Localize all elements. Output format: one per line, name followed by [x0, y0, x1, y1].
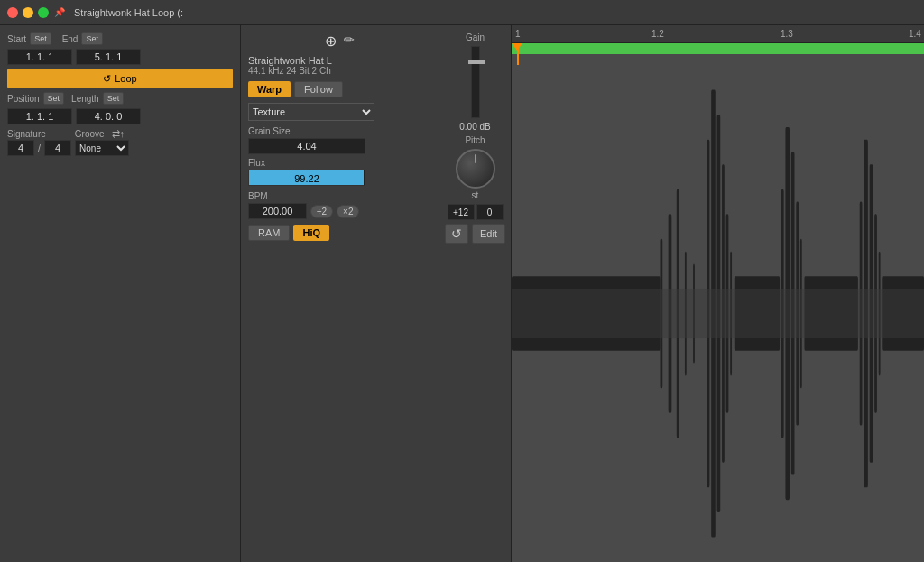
warp-button[interactable]: Warp: [248, 81, 291, 97]
loop-icon: ↺: [103, 73, 111, 85]
window-title: Straightwonk Hat Loop (:: [74, 7, 183, 18]
waveform-area: [512, 65, 924, 562]
groove-select[interactable]: None: [75, 140, 129, 156]
minimize-button[interactable]: [23, 7, 33, 18]
length-field[interactable]: [76, 108, 141, 124]
playhead-arrow: [512, 43, 522, 51]
grain-size-label: Grain Size: [248, 126, 431, 136]
position-set-button[interactable]: Set: [43, 92, 65, 105]
timeline-marker-4: 1.4: [909, 29, 921, 39]
follow-button[interactable]: Follow: [294, 81, 343, 97]
close-button[interactable]: [7, 7, 18, 18]
sample-name: Straightwonk Hat L: [248, 55, 431, 66]
ram-hiq-row: RAM HiQ: [248, 225, 431, 241]
bpm-label: BPM: [248, 191, 431, 201]
signature-label: Signature: [7, 129, 46, 139]
start-end-fields: [7, 49, 233, 65]
waveform-svg: [512, 65, 924, 562]
gain-value: 0.00 dB: [459, 122, 490, 132]
gain-label: Gain: [466, 32, 485, 42]
warp-mode-select[interactable]: Texture: [248, 103, 374, 121]
mid-panel: ⊕ ✏ Straightwonk Hat L 44.1 kHz 24 Bit 2…: [241, 25, 439, 562]
main-layout: Start Set End Set ↺ Loop Position Set Le…: [0, 25, 924, 562]
title-bar: 📌 Straightwonk Hat Loop (:: [0, 0, 924, 25]
loop-region-bar: [512, 43, 924, 54]
bpm-field[interactable]: [248, 203, 307, 219]
rotate-button[interactable]: ↺: [445, 224, 468, 244]
st-label: st: [472, 190, 479, 200]
left-panel: Start Set End Set ↺ Loop Position Set Le…: [0, 25, 241, 562]
pitch-indicator: [475, 154, 476, 163]
flux-value: 99.22: [249, 170, 365, 187]
timeline-marker-1: 1: [515, 29, 521, 39]
sig-numerator-field[interactable]: [7, 140, 34, 156]
warp-icons-row: ⊕ ✏: [248, 32, 431, 50]
position-field[interactable]: [7, 108, 72, 124]
gain-pitch-panel: Gain 0.00 dB Pitch st ↺ Edit: [439, 25, 512, 562]
timeline-marker-2: 1.2: [651, 29, 664, 39]
bpm-double-button[interactable]: ×2: [337, 205, 359, 218]
pin-icon: 📌: [54, 7, 65, 17]
groove-label: Groove: [75, 129, 105, 139]
start-end-row: Start Set End Set: [7, 32, 233, 45]
traffic-lights: [7, 7, 49, 18]
hiq-button[interactable]: HiQ: [293, 225, 329, 241]
warp-mode-icon: ⊕: [325, 32, 337, 50]
end-label: End: [62, 34, 79, 44]
maximize-button[interactable]: [38, 7, 49, 18]
signature-groove-row: Signature Groove ⇄↑: [7, 128, 233, 140]
gain-slider[interactable]: [471, 46, 480, 118]
sample-info: 44.1 kHz 24 Bit 2 Ch: [248, 66, 431, 76]
flux-label: Flux: [248, 158, 431, 168]
pitch-fine-field[interactable]: [476, 204, 504, 220]
position-label: Position: [7, 94, 40, 104]
start-label: Start: [7, 34, 26, 44]
waveform-panel[interactable]: 1 1.2 1.3 1.4: [512, 25, 924, 562]
pitch-fields-row: [448, 204, 504, 220]
groove-arrows-icon: ⇄↑: [112, 128, 125, 140]
pitch-label: Pitch: [465, 135, 485, 145]
start-set-button[interactable]: Set: [30, 32, 51, 45]
grain-size-field[interactable]: [248, 138, 365, 154]
flux-bar[interactable]: 99.22: [248, 170, 365, 186]
start-field[interactable]: [7, 49, 72, 65]
ram-button[interactable]: RAM: [248, 225, 290, 241]
edit-button[interactable]: Edit: [472, 224, 505, 244]
timeline-marker-3: 1.3: [781, 29, 793, 39]
svg-rect-25: [512, 289, 924, 338]
position-length-fields: [7, 108, 233, 124]
pitch-knob[interactable]: [456, 149, 495, 189]
sig-divider: /: [38, 143, 41, 153]
timeline: 1 1.2 1.3 1.4: [512, 25, 924, 43]
loop-button[interactable]: ↺ Loop: [7, 69, 233, 88]
warp-follow-row: Warp Follow: [248, 81, 431, 97]
edit-row: ↺ Edit: [445, 224, 505, 244]
bpm-half-button[interactable]: ÷2: [310, 205, 333, 218]
bpm-row: ÷2 ×2: [248, 203, 431, 219]
end-field[interactable]: [76, 49, 141, 65]
signature-groove-fields: / None: [7, 140, 233, 156]
pencil-icon: ✏: [344, 32, 355, 50]
pitch-coarse-field[interactable]: [448, 204, 475, 220]
length-set-button[interactable]: Set: [103, 92, 125, 105]
length-label: Length: [71, 94, 99, 104]
sig-denominator-field[interactable]: [44, 140, 71, 156]
loop-label: Loop: [115, 73, 136, 84]
gain-handle: [468, 60, 485, 64]
position-length-row: Position Set Length Set: [7, 92, 233, 105]
end-set-button[interactable]: Set: [81, 32, 103, 45]
